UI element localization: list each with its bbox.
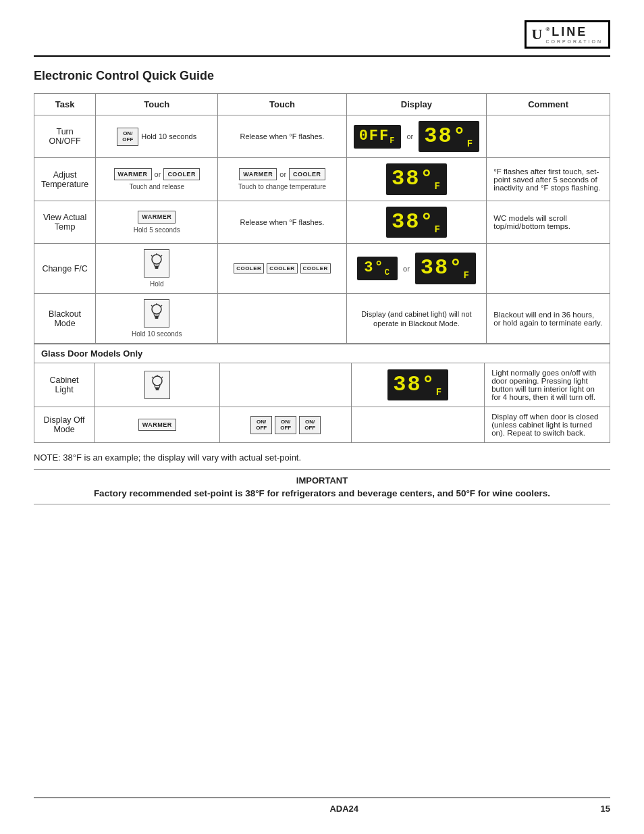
th-comment: Comment — [487, 94, 610, 115]
logo-corp: CORPORATION — [545, 39, 603, 44]
lcd-display: 38°F — [386, 163, 447, 194]
table-row: View ActualTemp WARMER Hold 5 seconds Re… — [34, 201, 610, 243]
touch2-cell: Release when °F flashes. — [218, 201, 346, 243]
logo-u: U — [532, 26, 543, 43]
important-text: Factory recommended set-point is 38°F fo… — [34, 488, 610, 498]
page-title: Electronic Control Quick Guide — [34, 69, 610, 83]
comment-cell: Display off when door is closed (unless … — [485, 407, 610, 443]
cooler-btn-1: COOLER — [234, 263, 264, 273]
lcd-off: 0FFF — [354, 125, 402, 149]
task-cell: Display OffMode — [34, 407, 95, 443]
onoff-btn-3: ON/OFF — [299, 416, 321, 434]
task-label: Display OffMode — [44, 415, 85, 434]
svg-line-4 — [151, 255, 153, 257]
display-content: 0FFF or 38°F — [354, 121, 480, 152]
svg-rect-7 — [155, 316, 159, 317]
display-text: Display (and cabinet light) will not ope… — [361, 310, 471, 328]
logo: U ®LINE CORPORATION — [525, 20, 611, 49]
task-label: AdjustTemperature — [41, 170, 88, 189]
touch1-cell: WARMER or COOLER Touch and release — [96, 158, 218, 201]
touch2-content: WARMER or COOLER Touch to change tempera… — [225, 168, 339, 191]
guide-table: Task Touch Touch Display Comment Turn ON… — [34, 93, 610, 344]
touch1-content: WARMER or COOLER Touch and release — [103, 168, 211, 191]
glass-door-label: Glass Door Models Only — [41, 348, 142, 359]
important-title: IMPORTANT — [34, 475, 610, 486]
footer-page: 15 — [601, 804, 610, 814]
display-cell: Display (and cabinet light) will not ope… — [346, 294, 487, 344]
table-row: AdjustTemperature WARMER or COOLER Touch… — [34, 158, 610, 201]
th-touch2: Touch — [218, 94, 346, 115]
display-cell — [352, 407, 485, 443]
table-row: BlackoutMode — [34, 294, 610, 344]
comment-cell — [487, 115, 610, 158]
display-cell: 38°F — [346, 158, 487, 201]
warmer-button: WARMER — [114, 168, 152, 181]
task-cell: Turn ON/OFF — [34, 115, 96, 158]
lcd-38f: 38°F — [415, 253, 476, 284]
table-row: Display OffMode WARMER ON/OFF ON/OFF ON/… — [34, 407, 610, 443]
comment-cell: Blackout will end in 36 hours, or hold a… — [487, 294, 610, 344]
task-cell: View ActualTemp — [34, 201, 96, 243]
touch1-content: Hold — [103, 249, 211, 288]
svg-point-0 — [152, 255, 161, 264]
svg-rect-8 — [155, 317, 159, 319]
task-label: Cabinet Light — [50, 375, 79, 394]
touch2-cell: COOLER COOLER COOLER — [218, 244, 346, 294]
lcd-display: 38°F — [386, 207, 447, 238]
comment-cell: WC models will scroll top/mid/bottom tem… — [487, 201, 610, 243]
task-label: BlackoutMode — [49, 309, 81, 328]
footer-model: ADA24 — [88, 804, 601, 814]
touch1-cell: WARMER — [95, 407, 220, 443]
lcd-display: 38°F — [387, 369, 448, 400]
touch1-content: ON/OFF Hold 10 seconds — [103, 128, 211, 146]
touch1-cell: WARMER Hold 5 seconds — [96, 201, 218, 243]
touch1-content: Hold 10 seconds — [103, 299, 211, 338]
touch2-cell: ON/OFF ON/OFF ON/OFF — [220, 407, 352, 443]
cooler-button: COOLER — [163, 168, 200, 181]
note-text: NOTE: 38°F is an example; the display wi… — [34, 452, 610, 463]
glass-door-table: Glass Door Models Only Cabinet Light — [34, 344, 610, 443]
warmer-button-2: WARMER — [239, 168, 277, 181]
display-cell: 0FFF or 38°F — [346, 115, 487, 158]
display-cell: 3°C or 38°F — [346, 244, 487, 294]
svg-line-16 — [152, 377, 153, 378]
task-label: Change F/C — [42, 264, 87, 273]
table-row: Turn ON/OFF ON/OFF Hold 10 seconds Relea… — [34, 115, 610, 158]
th-display: Display — [346, 94, 487, 115]
bulb-icon-2 — [144, 299, 169, 328]
cooler-btn-3: COOLER — [300, 263, 331, 273]
th-touch1: Touch — [96, 94, 218, 115]
important-section: IMPORTANT Factory recommended set-point … — [34, 469, 610, 504]
svg-line-10 — [151, 305, 153, 307]
comment-cell: Light normally goes on/off with door ope… — [485, 363, 610, 407]
touch2-cell — [220, 363, 352, 407]
bulb-icon — [144, 249, 169, 278]
onoff-button: ON/OFF — [117, 128, 138, 146]
th-task: Task — [34, 94, 96, 115]
warmer-button-4: WARMER — [138, 419, 176, 432]
release-text: Release when °F flashes. — [240, 132, 325, 140]
logo-line: ®LINE CORPORATION — [545, 25, 603, 44]
touch1-sub: Touch and release — [129, 183, 184, 190]
cooler-button-2: COOLER — [289, 168, 325, 181]
task-label: View ActualTemp — [43, 213, 86, 232]
touch1-content: WARMER Hold 5 seconds — [103, 211, 211, 234]
svg-line-11 — [161, 305, 163, 307]
hold-text: Hold 5 seconds — [134, 226, 180, 234]
hold-text: Hold — [150, 280, 164, 288]
touch1-cell: Hold — [96, 244, 218, 294]
svg-rect-14 — [155, 389, 159, 390]
header: U ®LINE CORPORATION — [34, 20, 610, 57]
bulb-icon-3 — [144, 371, 170, 399]
table-row: Cabinet Light — [34, 363, 610, 407]
svg-line-17 — [161, 377, 163, 378]
table-row: Change F/C — [34, 244, 610, 294]
task-cell: AdjustTemperature — [34, 158, 96, 201]
svg-point-12 — [153, 376, 162, 386]
page: U ®LINE CORPORATION Electronic Control Q… — [0, 0, 644, 834]
touch2-cell: Release when °F flashes. — [218, 115, 346, 158]
warmer-button-3: WARMER — [138, 211, 176, 224]
svg-point-6 — [152, 305, 161, 314]
touch2-content: COOLER COOLER COOLER — [225, 263, 339, 273]
svg-rect-2 — [155, 267, 159, 269]
